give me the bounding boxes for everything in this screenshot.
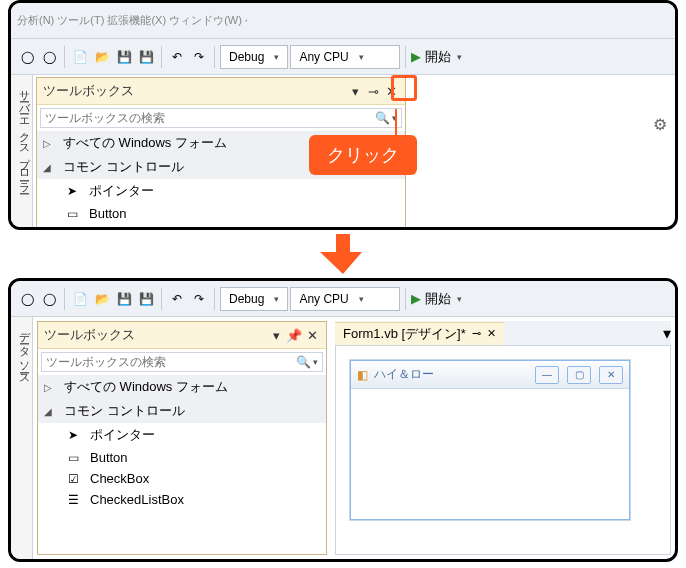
winform-icon: ◧ — [357, 368, 368, 382]
toolbox-search[interactable]: 🔍▾ — [40, 108, 402, 128]
toolbox-header: ツールボックス ▾ ⊸ ✕ — [37, 78, 405, 105]
side-tab-data-sources[interactable]: データ ソース — [11, 317, 33, 559]
toolbox-header: ツールボックス ▾ 📌 ✕ — [38, 322, 326, 349]
callout-label: クリック — [327, 145, 399, 165]
pin-icon[interactable]: ⊸ — [365, 83, 381, 99]
checkedlistbox-icon: ☰ — [64, 493, 82, 507]
tab-dropdown-icon[interactable]: ▾ — [663, 324, 671, 343]
open-icon[interactable]: 📂 — [92, 287, 112, 311]
toolbox-title: ツールボックス — [44, 326, 266, 344]
undo-icon[interactable]: ↶ — [167, 45, 187, 69]
dropdown-icon[interactable]: ▾ — [268, 327, 284, 343]
toolbox-list: ▷すべての Windows フォーム ◢コモン コントロール ➤ポインター ▭B… — [38, 375, 326, 510]
start-button[interactable]: ▶開始▾ — [411, 48, 462, 66]
tab-pin-icon[interactable]: ⊸ — [472, 327, 481, 340]
group-all-forms[interactable]: ▷すべての Windows フォーム — [38, 375, 326, 399]
minimize-icon[interactable]: — — [535, 366, 559, 384]
toolbox-search[interactable]: 🔍▾ — [41, 352, 323, 372]
nav-fwd-icon[interactable]: ◯ — [39, 287, 59, 311]
maximize-icon[interactable]: ▢ — [567, 366, 591, 384]
winform-preview[interactable]: ◧ ハイ＆ロー — ▢ ✕ — [350, 360, 630, 520]
search-input[interactable] — [45, 111, 375, 125]
search-input[interactable] — [46, 355, 296, 369]
form-designer-canvas[interactable]: ◧ ハイ＆ロー — ▢ ✕ — [335, 345, 671, 555]
panel-after: ◯ ◯ 📄 📂 💾 💾 ↶ ↷ Debug▾ Any CPU▾ ▶開始▾ データ… — [8, 278, 678, 562]
pin-icon[interactable]: 📌 — [286, 327, 302, 343]
close-icon[interactable]: ✕ — [383, 83, 399, 99]
nav-fwd-icon[interactable]: ◯ — [39, 45, 59, 69]
tab-row: Form1.vb [デザイン]* ⊸ ✕ ▾ — [335, 321, 671, 345]
item-checkbox[interactable]: ☑CheckBox — [38, 468, 326, 489]
save-icon[interactable]: 💾 — [114, 287, 134, 311]
nav-back-icon[interactable]: ◯ — [17, 287, 37, 311]
main-toolbar: 分析(N) ツール(T) 拡張機能(X) ウィンドウ(W) ヘルプ(H) — [11, 3, 675, 39]
pointer-icon: ➤ — [64, 428, 82, 442]
dropdown-icon[interactable]: ▾ — [347, 83, 363, 99]
new-file-icon[interactable]: 📄 — [70, 287, 90, 311]
item-pointer[interactable]: ➤ポインター — [38, 423, 326, 447]
item-button[interactable]: ▭Button — [37, 203, 405, 224]
winform-title-text: ハイ＆ロー — [374, 366, 527, 383]
flow-arrow-icon — [320, 232, 366, 276]
nav-back-icon[interactable]: ◯ — [17, 45, 37, 69]
pointer-icon: ➤ — [63, 184, 81, 198]
document-tab[interactable]: Form1.vb [デザイン]* ⊸ ✕ — [335, 322, 504, 345]
menu-hint: 分析(N) ツール(T) 拡張機能(X) ウィンドウ(W) ヘルプ(H) — [17, 13, 247, 28]
secondary-toolbar-2: ◯ ◯ 📄 📂 💾 💾 ↶ ↷ Debug▾ Any CPU▾ ▶開始▾ — [11, 281, 675, 317]
toolbox-panel-pinned: ツールボックス ▾ 📌 ✕ 🔍▾ ▷すべての Windows フォーム ◢コモン… — [37, 321, 327, 555]
redo-icon[interactable]: ↷ — [189, 45, 209, 69]
undo-icon[interactable]: ↶ — [167, 287, 187, 311]
config-dropdown[interactable]: Debug▾ — [220, 287, 288, 311]
button-icon: ▭ — [64, 451, 82, 465]
panel-before: 分析(N) ツール(T) 拡張機能(X) ウィンドウ(W) ヘルプ(H) ◯ ◯… — [8, 0, 678, 230]
item-pointer[interactable]: ➤ポインター — [37, 179, 405, 203]
callout-click: クリック — [309, 135, 417, 175]
group-common-controls[interactable]: ◢コモン コントロール — [38, 399, 326, 423]
save-all-icon[interactable]: 💾 — [136, 287, 156, 311]
toolbox-title: ツールボックス — [43, 82, 345, 100]
tab-label: Form1.vb [デザイン]* — [343, 325, 466, 343]
redo-icon[interactable]: ↷ — [189, 287, 209, 311]
item-button[interactable]: ▭Button — [38, 447, 326, 468]
platform-dropdown[interactable]: Any CPU▾ — [290, 287, 400, 311]
tab-close-icon[interactable]: ✕ — [487, 327, 496, 340]
secondary-toolbar: ◯ ◯ 📄 📂 💾 💾 ↶ ↷ Debug▾ Any CPU▾ ▶開始▾ — [11, 39, 675, 75]
gear-icon[interactable]: ⚙ — [653, 115, 669, 134]
start-button[interactable]: ▶開始▾ — [411, 290, 462, 308]
close-icon[interactable]: ✕ — [304, 327, 320, 343]
open-icon[interactable]: 📂 — [92, 45, 112, 69]
close-window-icon[interactable]: ✕ — [599, 366, 623, 384]
save-all-icon[interactable]: 💾 — [136, 45, 156, 69]
button-icon: ▭ — [63, 207, 81, 221]
winform-titlebar: ◧ ハイ＆ロー — ▢ ✕ — [351, 361, 629, 389]
search-icon[interactable]: 🔍 — [375, 111, 390, 125]
side-tab-server-explorer[interactable]: サーバー エクスプローラー — [11, 75, 33, 230]
search-icon[interactable]: 🔍 — [296, 355, 311, 369]
checkbox-icon: ☑ — [64, 472, 82, 486]
save-icon[interactable]: 💾 — [114, 45, 134, 69]
item-checkedlistbox[interactable]: ☰CheckedListBox — [38, 489, 326, 510]
new-file-icon[interactable]: 📄 — [70, 45, 90, 69]
config-dropdown[interactable]: Debug▾ — [220, 45, 288, 69]
platform-dropdown[interactable]: Any CPU▾ — [290, 45, 400, 69]
editor-area: Form1.vb [デザイン]* ⊸ ✕ ▾ ◧ ハイ＆ロー — ▢ ✕ — [335, 321, 671, 555]
